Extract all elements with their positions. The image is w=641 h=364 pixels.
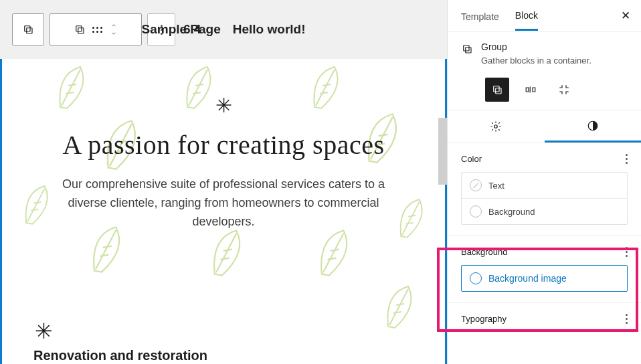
color-background-option[interactable]: Background	[462, 198, 627, 224]
swatch-none-icon	[470, 179, 482, 191]
tab-styles[interactable]	[545, 110, 642, 143]
svg-rect-3	[78, 28, 83, 33]
svg-rect-0	[25, 26, 30, 31]
drag-handle-icon[interactable]	[92, 27, 102, 33]
nav-link-hello-world[interactable]: Hello world!	[233, 22, 306, 37]
svg-point-8	[494, 125, 498, 128]
editor-toolbar: 6.4 Sample Page Hello world!	[0, 0, 447, 59]
svg-rect-1	[27, 28, 32, 33]
svg-rect-6	[494, 86, 499, 92]
nav-link-sample-page[interactable]: Sample Page	[141, 22, 220, 37]
color-text-option[interactable]: Text	[462, 173, 627, 198]
asterisk-decoration: ✳	[35, 318, 53, 344]
group-icon	[461, 43, 473, 57]
typography-panel: Typography	[448, 303, 641, 329]
group-icon	[22, 23, 34, 35]
background-panel: Background Background image	[448, 236, 641, 303]
close-inspector-button[interactable]: ✕	[621, 9, 630, 23]
group-icon	[74, 23, 86, 35]
hero-lead[interactable]: Our comprehensive suite of professional …	[43, 175, 404, 232]
swatch-empty-icon	[470, 272, 482, 284]
variation-row-button[interactable]	[519, 78, 543, 102]
hero-heading[interactable]: A passion for creating spaces	[0, 129, 447, 161]
svg-rect-7	[496, 88, 501, 94]
editor-canvas[interactable]: ✳ A passion for creating spaces Our comp…	[0, 59, 447, 364]
chevron-up-icon[interactable]	[109, 22, 118, 29]
section-heading[interactable]: Renovation and restoration	[33, 348, 420, 363]
tab-block[interactable]: Block	[515, 10, 538, 31]
panel-title-color: Color	[461, 154, 482, 164]
block-inspector: Template Block ✕ Group Gather blocks in …	[447, 0, 641, 364]
color-panel: Color Text Background	[448, 143, 641, 236]
typography-panel-options[interactable]	[626, 314, 628, 324]
variation-stack-button[interactable]	[552, 78, 576, 102]
panel-title-background: Background	[461, 247, 507, 257]
styles-icon	[587, 120, 599, 132]
gear-icon	[490, 120, 502, 132]
block-title: Group	[481, 41, 591, 52]
background-panel-options[interactable]	[626, 247, 628, 257]
svg-rect-4	[464, 46, 469, 51]
variation-group-button[interactable]	[485, 78, 509, 102]
chevron-down-icon[interactable]	[109, 30, 118, 37]
asterisk-decoration: ✳	[0, 96, 447, 116]
block-movers[interactable]	[50, 13, 142, 46]
background-image-option[interactable]: Background image	[461, 265, 628, 292]
tab-template[interactable]: Template	[461, 11, 499, 30]
block-card: Group Gather blocks in a container.	[448, 32, 641, 71]
tab-settings[interactable]	[448, 110, 545, 143]
svg-rect-5	[466, 48, 471, 53]
panel-title-typography: Typography	[461, 314, 507, 324]
group-variation-picker	[448, 71, 641, 110]
header-nav: Sample Page Hello world!	[141, 22, 305, 37]
color-panel-options[interactable]	[626, 154, 628, 164]
swatch-empty-icon	[470, 205, 482, 217]
svg-rect-2	[76, 26, 81, 31]
group-tool-button[interactable]	[12, 13, 44, 46]
block-description: Gather blocks in a container.	[481, 56, 591, 66]
